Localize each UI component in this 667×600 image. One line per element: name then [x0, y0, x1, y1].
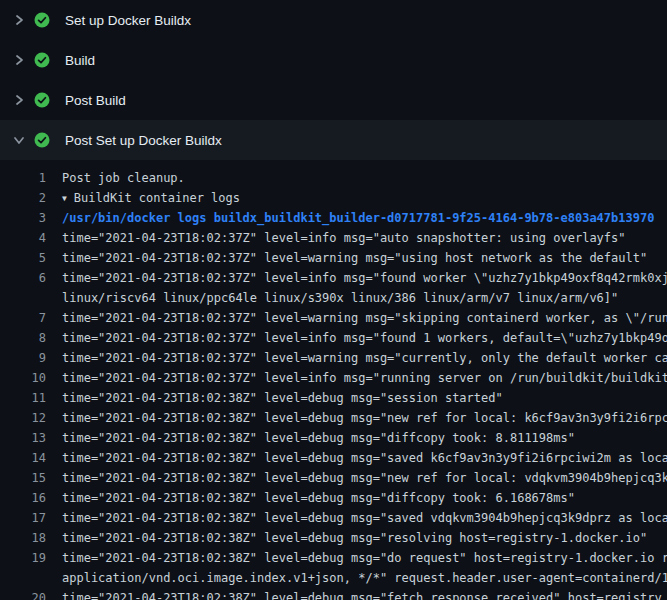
- line-number[interactable]: 1: [0, 168, 46, 188]
- log-line: application/vnd.oci.image.index.v1+json,…: [0, 568, 667, 588]
- log-text-content: time="2021-04-23T18:02:37Z" level=info m…: [62, 231, 626, 245]
- log-text-content: time="2021-04-23T18:02:37Z" level=info m…: [62, 331, 667, 345]
- actions-log-viewer: Set up Docker Buildx Build Post Buil: [0, 0, 667, 600]
- log-line: 3 /usr/bin/docker logs buildx_buildkit_b…: [0, 208, 667, 228]
- log-text-content: time="2021-04-23T18:02:38Z" level=debug …: [62, 471, 667, 485]
- line-number[interactable]: 18: [0, 528, 46, 548]
- log-text: time="2021-04-23T18:02:37Z" level=info m…: [62, 268, 667, 288]
- line-number[interactable]: 12: [0, 408, 46, 428]
- chevron-icon: [13, 14, 25, 26]
- chevron-icon: [13, 94, 25, 106]
- line-number[interactable]: [0, 568, 46, 588]
- log-text: time="2021-04-23T18:02:37Z" level=info m…: [62, 328, 667, 348]
- log-text: time="2021-04-23T18:02:37Z" level=info m…: [62, 228, 626, 248]
- line-number[interactable]: 4: [0, 228, 46, 248]
- log-text-content: time="2021-04-23T18:02:38Z" level=debug …: [62, 391, 503, 405]
- log-text: time="2021-04-23T18:02:37Z" level=warnin…: [62, 348, 667, 368]
- log-text-content: time="2021-04-23T18:02:38Z" level=debug …: [62, 451, 667, 465]
- log-text: time="2021-04-23T18:02:37Z" level=warnin…: [62, 248, 647, 268]
- log-text: time="2021-04-23T18:02:38Z" level=debug …: [62, 428, 575, 448]
- log-line: 10 time="2021-04-23T18:02:37Z" level=inf…: [0, 368, 667, 388]
- log-text-content: time="2021-04-23T18:02:37Z" level=warnin…: [62, 311, 667, 325]
- step-header[interactable]: Set up Docker Buildx: [0, 0, 667, 40]
- log-line: 20 time="2021-04-23T18:02:38Z" level=deb…: [0, 588, 667, 600]
- log-text-content: application/vnd.oci.image.index.v1+json,…: [62, 571, 667, 585]
- log-text-content: time="2021-04-23T18:02:38Z" level=debug …: [62, 511, 667, 525]
- log-text: /usr/bin/docker logs buildx_buildkit_bui…: [62, 208, 654, 228]
- check-circle-icon: [34, 12, 50, 28]
- group-caret-icon: ▼: [62, 189, 67, 209]
- log-area: 1 Post job cleanup. 2 ▼BuildKit containe…: [0, 160, 667, 600]
- log-text: linux/riscv64 linux/ppc64le linux/s390x …: [62, 288, 618, 308]
- line-number[interactable]: 10: [0, 368, 46, 388]
- step-header[interactable]: Post Set up Docker Buildx: [0, 120, 667, 160]
- log-text-content: time="2021-04-23T18:02:38Z" level=debug …: [62, 551, 667, 565]
- log-line: 18 time="2021-04-23T18:02:38Z" level=deb…: [0, 528, 667, 548]
- line-number[interactable]: 7: [0, 308, 46, 328]
- log-text: time="2021-04-23T18:02:38Z" level=debug …: [62, 528, 647, 548]
- log-text-content: time="2021-04-23T18:02:38Z" level=debug …: [62, 591, 662, 600]
- log-text: time="2021-04-23T18:02:38Z" level=debug …: [62, 588, 662, 600]
- step-label: Post Set up Docker Buildx: [65, 133, 222, 148]
- line-number[interactable]: 2: [0, 188, 46, 208]
- log-line: 2 ▼BuildKit container logs: [0, 188, 667, 208]
- line-number[interactable]: 9: [0, 348, 46, 368]
- line-number[interactable]: 20: [0, 588, 46, 600]
- log-line: 4 time="2021-04-23T18:02:37Z" level=info…: [0, 228, 667, 248]
- log-line: 13 time="2021-04-23T18:02:38Z" level=deb…: [0, 428, 667, 448]
- log-text-content: time="2021-04-23T18:02:38Z" level=debug …: [62, 431, 575, 445]
- line-number[interactable]: 6: [0, 268, 46, 288]
- log-text-content: Post job cleanup.: [62, 171, 185, 185]
- log-line: 14 time="2021-04-23T18:02:38Z" level=deb…: [0, 448, 667, 468]
- line-number[interactable]: 8: [0, 328, 46, 348]
- line-number[interactable]: 11: [0, 388, 46, 408]
- log-line: 15 time="2021-04-23T18:02:38Z" level=deb…: [0, 468, 667, 488]
- log-text: time="2021-04-23T18:02:38Z" level=debug …: [62, 488, 575, 508]
- log-text-content: BuildKit container logs: [74, 191, 240, 205]
- log-text: time="2021-04-23T18:02:38Z" level=debug …: [62, 548, 667, 568]
- step-header[interactable]: Post Build: [0, 80, 667, 120]
- log-text-content: time="2021-04-23T18:02:37Z" level=info m…: [62, 271, 667, 285]
- log-text: time="2021-04-23T18:02:37Z" level=warnin…: [62, 308, 667, 328]
- line-number[interactable]: 14: [0, 448, 46, 468]
- line-number[interactable]: 5: [0, 248, 46, 268]
- line-number[interactable]: 19: [0, 548, 46, 568]
- log-text: Post job cleanup.: [62, 168, 185, 188]
- log-line: 5 time="2021-04-23T18:02:37Z" level=warn…: [0, 248, 667, 268]
- log-text-content: linux/riscv64 linux/ppc64le linux/s390x …: [62, 291, 618, 305]
- line-number[interactable]: 15: [0, 468, 46, 488]
- check-circle-icon: [34, 132, 50, 148]
- line-number[interactable]: 3: [0, 208, 46, 228]
- line-number[interactable]: [0, 288, 46, 308]
- log-text: application/vnd.oci.image.index.v1+json,…: [62, 568, 667, 588]
- log-text-content: time="2021-04-23T18:02:38Z" level=debug …: [62, 411, 667, 425]
- line-number[interactable]: 16: [0, 488, 46, 508]
- log-text: time="2021-04-23T18:02:38Z" level=debug …: [62, 408, 667, 428]
- step-header[interactable]: Build: [0, 40, 667, 80]
- log-line: 12 time="2021-04-23T18:02:38Z" level=deb…: [0, 408, 667, 428]
- steps-list: Set up Docker Buildx Build Post Buil: [0, 0, 667, 160]
- log-line: 16 time="2021-04-23T18:02:38Z" level=deb…: [0, 488, 667, 508]
- log-line: 7 time="2021-04-23T18:02:37Z" level=warn…: [0, 308, 667, 328]
- log-line: 11 time="2021-04-23T18:02:38Z" level=deb…: [0, 388, 667, 408]
- line-number[interactable]: 17: [0, 508, 46, 528]
- log-text: time="2021-04-23T18:02:38Z" level=debug …: [62, 448, 667, 468]
- log-text-content: time="2021-04-23T18:02:38Z" level=debug …: [62, 491, 575, 505]
- log-text: time="2021-04-23T18:02:37Z" level=info m…: [62, 368, 667, 388]
- log-text-content: time="2021-04-23T18:02:37Z" level=warnin…: [62, 251, 647, 265]
- line-number[interactable]: 13: [0, 428, 46, 448]
- log-line: 6 time="2021-04-23T18:02:37Z" level=info…: [0, 268, 667, 288]
- log-line: linux/riscv64 linux/ppc64le linux/s390x …: [0, 288, 667, 308]
- log-line: 9 time="2021-04-23T18:02:37Z" level=warn…: [0, 348, 667, 368]
- chevron-icon: [13, 134, 25, 146]
- log-text-content: /usr/bin/docker logs buildx_buildkit_bui…: [62, 211, 654, 225]
- chevron-icon: [13, 54, 25, 66]
- check-circle-icon: [34, 92, 50, 108]
- log-text-content: time="2021-04-23T18:02:37Z" level=warnin…: [62, 351, 667, 365]
- step-label: Set up Docker Buildx: [65, 13, 191, 28]
- log-line: 19 time="2021-04-23T18:02:38Z" level=deb…: [0, 548, 667, 568]
- step-label: Post Build: [65, 93, 126, 108]
- log-line: 8 time="2021-04-23T18:02:37Z" level=info…: [0, 328, 667, 348]
- check-circle-icon: [34, 52, 50, 68]
- log-text[interactable]: ▼BuildKit container logs: [62, 188, 240, 208]
